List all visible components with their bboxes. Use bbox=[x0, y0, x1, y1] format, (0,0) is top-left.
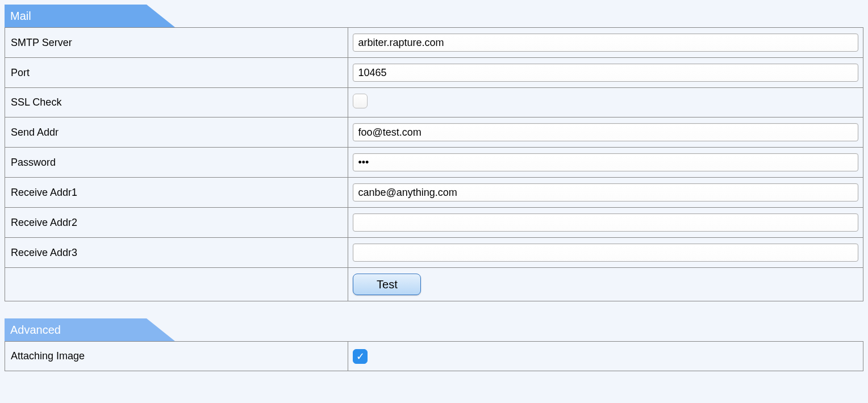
port-label: Port bbox=[5, 58, 348, 88]
mail-table: SMTP Server Port SSL Check Send Addr Pas… bbox=[5, 27, 863, 301]
send-addr-input[interactable] bbox=[353, 123, 858, 141]
ssl-check-label: SSL Check bbox=[5, 88, 348, 117]
test-button[interactable]: Test bbox=[353, 274, 421, 295]
recv3-label: Receive Addr3 bbox=[5, 238, 348, 268]
advanced-title: Advanced bbox=[10, 318, 61, 341]
attaching-image-checkbox[interactable]: ✓ bbox=[353, 349, 368, 364]
mail-header: Mail bbox=[5, 5, 863, 27]
password-input[interactable] bbox=[353, 153, 858, 171]
port-input[interactable] bbox=[353, 64, 858, 82]
mail-section: Mail SMTP Server Port SSL Check Send Add… bbox=[5, 5, 863, 301]
advanced-section: Advanced Attaching Image ✓ bbox=[5, 318, 863, 371]
advanced-table: Attaching Image ✓ bbox=[5, 341, 863, 371]
attaching-image-label: Attaching Image bbox=[5, 342, 348, 371]
recv1-label: Receive Addr1 bbox=[5, 178, 348, 208]
send-addr-label: Send Addr bbox=[5, 117, 348, 148]
test-row-empty bbox=[5, 268, 348, 301]
password-label: Password bbox=[5, 148, 348, 178]
ssl-check-checkbox[interactable] bbox=[353, 94, 368, 108]
smtp-server-label: SMTP Server bbox=[5, 28, 348, 58]
mail-title: Mail bbox=[10, 5, 31, 27]
recv1-input[interactable] bbox=[353, 183, 858, 202]
recv2-input[interactable] bbox=[353, 213, 858, 232]
smtp-server-input[interactable] bbox=[353, 33, 858, 52]
recv3-input[interactable] bbox=[353, 244, 858, 262]
recv2-label: Receive Addr2 bbox=[5, 208, 348, 238]
advanced-header: Advanced bbox=[5, 318, 863, 341]
